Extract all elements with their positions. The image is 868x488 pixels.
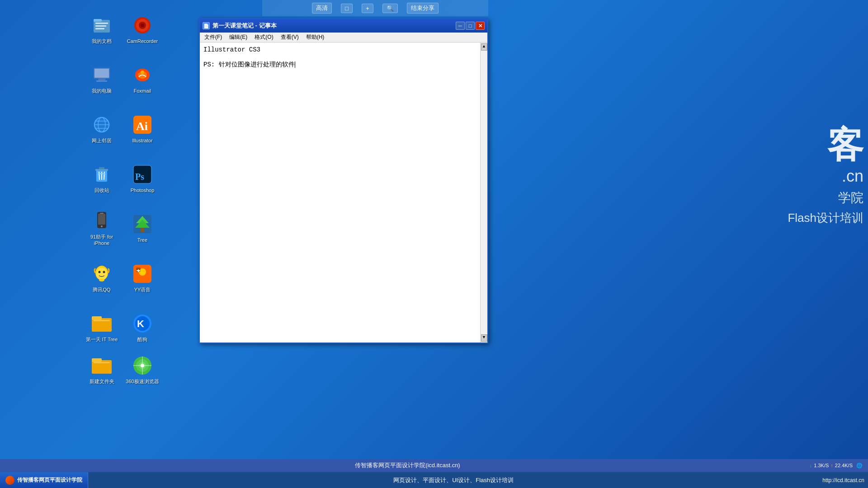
desktop-icons: 我的文档 CamRecorder xyxy=(81,0,163,387)
icon-new-folder[interactable]: 新建文件夹 xyxy=(81,352,122,387)
icon-assistant91-label: 91助手 for iPhone xyxy=(84,234,120,247)
svg-rect-4 xyxy=(95,28,104,29)
svg-rect-55 xyxy=(92,358,102,362)
icon-my-docs[interactable]: 我的文档 xyxy=(81,5,122,54)
notepad-close-btn[interactable]: ✕ xyxy=(476,22,485,30)
browser-icon[interactable]: 🌐 xyxy=(856,463,863,469)
menu-format[interactable]: 格式(O) xyxy=(252,33,276,42)
icon-illustrator-label: Illustrator xyxy=(132,137,152,144)
svg-point-41 xyxy=(103,271,105,273)
icon-my-docs-label: 我的文档 xyxy=(92,38,112,44)
icon-recycle[interactable]: 回收站 xyxy=(81,154,122,203)
icon-yy-label: YY语音 xyxy=(134,286,151,293)
icon-yy[interactable]: YY语音 xyxy=(122,253,163,303)
menu-file[interactable]: 文件(F) xyxy=(202,33,225,42)
icon-my-computer[interactable]: 我的电脑 xyxy=(81,54,122,104)
notepad-line1: Illustrator CS3 xyxy=(203,46,476,53)
notepad-title-icon: 📄 xyxy=(203,22,210,29)
icon-kugo-label: 酷狗 xyxy=(137,336,147,343)
icon-firstday[interactable]: 第一天 IT Tree xyxy=(81,303,122,352)
right-school: 学院 xyxy=(838,189,863,206)
toolbar-hd-btn[interactable]: 高清 xyxy=(312,3,332,14)
icon-foxmail-label: Foxmail xyxy=(134,88,151,94)
taskbar-right: http://icd.itcast.cn xyxy=(819,477,868,483)
svg-rect-1 xyxy=(94,19,102,22)
icon-new-folder-label: 新建文件夹 xyxy=(90,378,114,385)
icon-kugo[interactable]: K 酷狗 xyxy=(122,303,163,352)
svg-point-42 xyxy=(99,279,104,282)
icon-camrecorder[interactable]: CamRecorder xyxy=(122,5,163,54)
svg-point-40 xyxy=(99,271,101,273)
svg-point-32 xyxy=(101,225,103,227)
svg-rect-47 xyxy=(137,270,140,271)
icon-assistant91[interactable]: 91助手 for iPhone xyxy=(81,203,122,253)
icon-qq-label: 腾讯QQ xyxy=(93,286,110,293)
icon-recycle-label: 回收站 xyxy=(94,187,109,193)
svg-rect-10 xyxy=(94,69,109,78)
right-course: Flash设计培训 xyxy=(788,210,863,226)
svg-text:Ai: Ai xyxy=(136,120,148,133)
icon-tree[interactable]: Tree xyxy=(122,203,163,253)
svg-rect-50 xyxy=(94,320,110,321)
svg-rect-56 xyxy=(94,362,110,363)
desktop: 高清 □ + 🔍 结束分享 客 .cn 学院 Flash设计培训 我的文档 xyxy=(0,0,868,488)
icon-photoshop[interactable]: Ps Photoshop xyxy=(122,154,163,203)
menu-view[interactable]: 查看(V) xyxy=(278,33,302,42)
notepad-scrollbar[interactable]: ▲ ▼ xyxy=(480,42,487,343)
svg-point-15 xyxy=(141,70,144,74)
toolbar-frame-btn[interactable]: □ xyxy=(341,4,353,13)
taskbar-start-logo xyxy=(5,476,14,485)
notepad-content[interactable]: Illustrator CS3 PS: 针对位图像进行处理的软件 xyxy=(200,42,480,343)
notepad-title-text: 第一天课堂笔记 - 记事本 xyxy=(212,22,456,30)
top-toolbar: 高清 □ + 🔍 结束分享 xyxy=(262,0,488,16)
icon-browser360-label: 360极速浏览器 xyxy=(126,378,159,385)
svg-rect-33 xyxy=(100,213,104,214)
svg-text:K: K xyxy=(137,318,144,329)
icon-network[interactable]: 网上邻居 xyxy=(81,104,122,154)
notepad-window: 📄 第一天课堂笔记 - 记事本 ─ □ ✕ 文件(F) 编辑(E) 格式(O) … xyxy=(199,18,488,343)
taskbar-start-btn[interactable]: 传智播客网页平面设计学院 xyxy=(0,472,88,488)
notepad-maximize-btn[interactable]: □ xyxy=(466,22,475,30)
taskbar-url: http://icd.itcast.cn xyxy=(822,477,864,483)
menu-edit[interactable]: 编辑(E) xyxy=(226,33,250,42)
toolbar-end-share-btn[interactable]: 结束分享 xyxy=(407,3,439,14)
notepad-menubar: 文件(F) 编辑(E) 格式(O) 查看(V) 帮助(H) xyxy=(200,33,487,42)
taskbar-start-text: 传智播客网页平面设计学院 xyxy=(17,476,82,484)
notepad-minimize-btn[interactable]: ─ xyxy=(456,22,465,30)
net-speed-display: ↓ 1.3K/S ↑ 22.4K/S 🌐 xyxy=(810,463,863,469)
svg-rect-2 xyxy=(95,23,108,24)
icon-photoshop-label: Photoshop xyxy=(131,187,155,193)
svg-rect-11 xyxy=(98,79,105,80)
status-bar: 传智播客网页平面设计学院(icd.itcast.cn) ↓ 1.3K/S ↑ 2… xyxy=(0,459,868,472)
text-cursor xyxy=(295,61,295,68)
icon-my-computer-label: 我的电脑 xyxy=(92,88,112,94)
svg-rect-3 xyxy=(95,25,106,27)
net-up-speed: 22.4K/S xyxy=(835,463,853,468)
menu-help[interactable]: 帮助(H) xyxy=(303,33,327,42)
icon-illustrator[interactable]: Ai Illustrator xyxy=(122,104,163,154)
svg-rect-37 xyxy=(141,228,144,232)
right-overlay: 客 .cn 学院 Flash设计培训 xyxy=(778,0,868,352)
net-up-arrow: ↑ xyxy=(830,463,833,468)
notepad-line2 xyxy=(203,53,476,61)
svg-rect-31 xyxy=(98,214,105,225)
scroll-down-btn[interactable]: ▼ xyxy=(481,334,487,342)
svg-point-8 xyxy=(141,23,144,27)
net-down-arrow: ↓ xyxy=(810,463,812,468)
scroll-up-btn[interactable]: ▲ xyxy=(481,43,487,51)
right-char: 客 xyxy=(827,127,863,163)
icon-firstday-label: 第一天 IT Tree xyxy=(86,336,118,343)
toolbar-search-btn[interactable]: 🔍 xyxy=(382,4,398,13)
icon-camrecorder-label: CamRecorder xyxy=(127,38,158,44)
svg-text:Ps: Ps xyxy=(135,172,144,182)
toolbar-plus-btn[interactable]: + xyxy=(362,4,373,13)
notepad-line3: PS: 针对位图像进行处理的软件 xyxy=(203,61,476,69)
icon-browser360[interactable]: 360极速浏览器 xyxy=(122,352,163,387)
right-domain: .cn xyxy=(842,167,863,186)
notepad-body: Illustrator CS3 PS: 针对位图像进行处理的软件 ▲ ▼ xyxy=(200,42,487,343)
svg-rect-49 xyxy=(92,316,102,320)
icon-foxmail[interactable]: Foxmail xyxy=(122,54,163,104)
icon-network-label: 网上邻居 xyxy=(92,137,112,144)
icon-qq[interactable]: 腾讯QQ xyxy=(81,253,122,303)
taskbar-center-text: 网页设计、平面设计、UI设计、Flash设计培训 xyxy=(88,476,819,484)
